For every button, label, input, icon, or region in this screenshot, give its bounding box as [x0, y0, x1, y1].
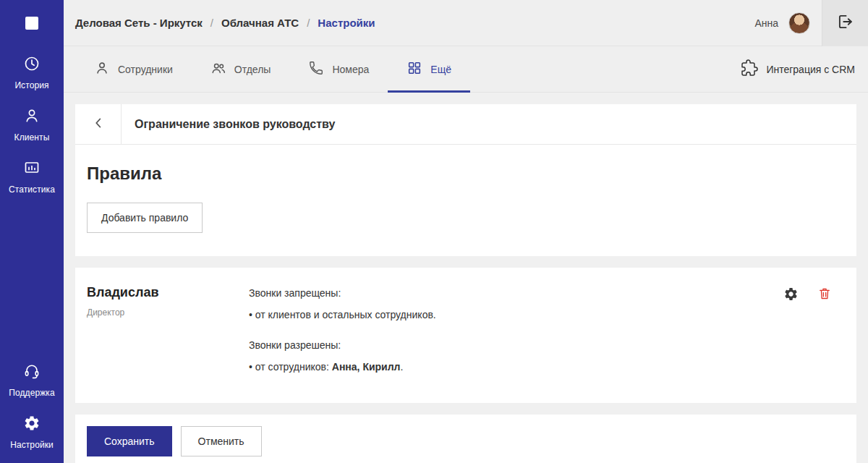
people-icon — [210, 60, 226, 78]
sidebar-item-clients[interactable]: Клиенты — [0, 99, 64, 151]
phone-icon — [308, 60, 324, 78]
tab-numbers[interactable]: Номера — [289, 46, 388, 92]
chevron-left-icon — [90, 115, 106, 134]
page-head: Ограничение звонков руководству — [75, 104, 856, 145]
rule-actions — [783, 285, 842, 383]
forbidden-item: • от клиентов и остальных сотрудников. — [249, 309, 783, 320]
sidebar-item-label: Поддержка — [9, 388, 55, 398]
gear-icon — [783, 286, 799, 304]
page-title: Ограничение звонков руководству — [122, 104, 335, 144]
sidebar: История Клиенты Статистика Поддержка — [0, 0, 64, 463]
breadcrumb-separator: / — [307, 17, 310, 29]
tab-label: Отделы — [234, 64, 271, 75]
allowed-title: Звонки разрешены: — [249, 339, 783, 351]
tab-label: Сотрудники — [118, 64, 173, 75]
forbidden-title: Звонки запрещены: — [249, 287, 783, 299]
tabbar: Сотрудники Отделы Номера Ещё — [64, 46, 868, 93]
main-column: Деловая Сеть - Иркутск / Облачная АТС / … — [64, 0, 868, 463]
rule-description: Звонки запрещены: • от клиентов и осталь… — [249, 285, 783, 383]
sidebar-bottom: Поддержка Настройки — [0, 354, 64, 463]
puzzle-icon — [741, 59, 758, 79]
allowed-names: Анна, Кирилл — [332, 361, 401, 373]
breadcrumb-separator: / — [210, 17, 213, 29]
trash-icon — [817, 286, 832, 303]
tab-employees[interactable]: Сотрудники — [75, 46, 192, 92]
gear-icon — [23, 415, 41, 435]
save-button[interactable]: Сохранить — [87, 426, 172, 456]
rule-row: Владислав Директор Звонки запрещены: • о… — [75, 268, 856, 403]
sidebar-item-settings[interactable]: Настройки — [0, 407, 64, 459]
logout-button[interactable] — [822, 0, 868, 46]
rule-settings-button[interactable] — [783, 286, 799, 304]
user-name: Анна — [754, 17, 778, 29]
avatar[interactable] — [788, 12, 810, 34]
allowed-item-suffix: . — [400, 361, 403, 373]
form-actions: Сохранить Отменить — [75, 415, 856, 463]
app-window: История Клиенты Статистика Поддержка — [0, 0, 868, 463]
stats-icon — [23, 159, 41, 179]
grid-icon — [407, 60, 422, 78]
add-rule-button[interactable]: Добавить правило — [87, 203, 203, 233]
breadcrumb-item-company[interactable]: Деловая Сеть - Иркутск — [75, 17, 203, 29]
tab-label: Ещё — [430, 64, 451, 75]
header: Деловая Сеть - Иркутск / Облачная АТС / … — [64, 0, 868, 46]
logout-icon — [836, 12, 855, 34]
sidebar-item-statistics[interactable]: Статистика — [0, 151, 64, 203]
allowed-item: • от сотрудников: Анна, Кирилл. — [249, 361, 783, 373]
allowed-item-prefix: • от сотрудников: — [249, 361, 332, 373]
rules-card: Ограничение звонков руководству Правила … — [75, 104, 856, 256]
sidebar-item-label: Статистика — [9, 184, 55, 195]
sidebar-item-history[interactable]: История — [0, 47, 64, 99]
tab-more[interactable]: Ещё — [388, 46, 470, 92]
back-button[interactable] — [75, 104, 122, 144]
headset-icon — [23, 362, 41, 383]
person-icon — [23, 107, 41, 127]
tab-departments[interactable]: Отделы — [192, 46, 290, 92]
app-logo[interactable] — [17, 8, 47, 38]
rule-person: Владислав Директор — [87, 285, 249, 383]
header-user-area: Анна — [754, 12, 822, 34]
breadcrumb-item-settings-current: Настройки — [318, 17, 375, 29]
logo-icon — [25, 17, 38, 30]
section-title: Правила — [87, 145, 845, 184]
sidebar-item-support[interactable]: Поддержка — [0, 354, 64, 407]
rule-person-name: Владислав — [87, 285, 240, 300]
sidebar-item-label: История — [14, 80, 48, 90]
rules-section: Правила Добавить правило — [75, 145, 856, 256]
cancel-button[interactable]: Отменить — [181, 426, 262, 456]
sidebar-item-label: Клиенты — [14, 132, 50, 143]
tab-label: Номера — [332, 64, 369, 75]
rule-person-role: Директор — [87, 307, 240, 318]
crm-label: Интеграция с CRM — [766, 64, 855, 75]
rule-delete-button[interactable] — [817, 286, 832, 303]
crm-integration-link[interactable]: Интеграция с CRM — [728, 46, 868, 92]
breadcrumb-item-cloud-pbx[interactable]: Облачная АТС — [221, 17, 299, 29]
employee-icon — [94, 60, 110, 78]
content-area: Ограничение звонков руководству Правила … — [64, 93, 868, 463]
sidebar-item-label: Настройки — [10, 440, 54, 450]
breadcrumb: Деловая Сеть - Иркутск / Облачная АТС / … — [75, 17, 375, 29]
clock-icon — [23, 55, 41, 75]
